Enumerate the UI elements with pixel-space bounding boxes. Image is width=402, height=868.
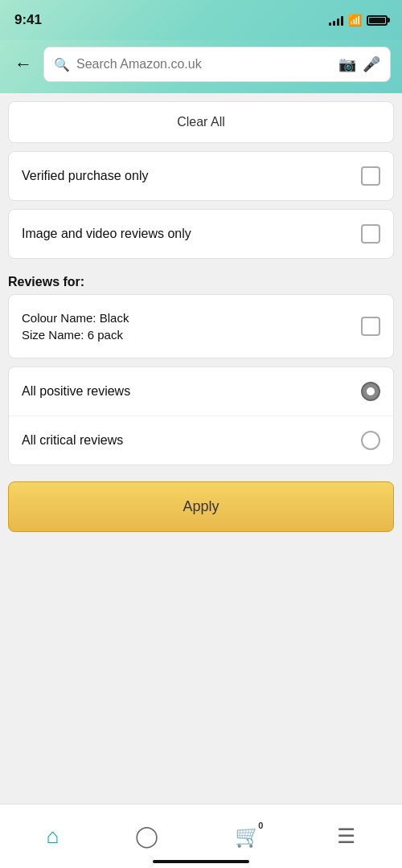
image-video-label: Image and video reviews only (22, 227, 191, 241)
colour-size-card: Colour Name: Black Size Name: 6 pack (8, 294, 394, 358)
account-icon: ◯ (135, 824, 158, 849)
positive-reviews-label: All positive reviews (22, 384, 130, 399)
colour-name-line: Colour Name: Black (22, 309, 129, 326)
status-bar: 9:41 📶 (0, 0, 402, 40)
positive-reviews-item[interactable]: All positive reviews (9, 367, 393, 416)
home-indicator (153, 860, 249, 863)
search-input-wrap[interactable]: 🔍 📷 🎤 (43, 47, 391, 82)
cart-badge: 0 (254, 819, 267, 832)
clear-all-button[interactable]: Clear All (8, 101, 394, 143)
verified-purchase-checkbox[interactable] (361, 166, 380, 186)
cart-badge-wrap: 🛒 0 (235, 824, 260, 849)
review-type-card: All positive reviews All critical review… (8, 366, 394, 465)
search-icon: 🔍 (54, 57, 70, 72)
image-video-checkbox[interactable] (361, 224, 380, 244)
home-icon: ⌂ (47, 824, 59, 849)
main-content: Clear All Verified purchase only Image a… (0, 93, 402, 804)
positive-reviews-radio[interactable] (361, 382, 380, 401)
critical-reviews-item[interactable]: All critical reviews (9, 416, 393, 465)
search-bar: ← 🔍 📷 🎤 (0, 40, 402, 93)
image-video-item: Image and video reviews only (9, 210, 393, 258)
signal-icon (329, 14, 343, 26)
verified-purchase-label: Verified purchase only (22, 169, 148, 183)
battery-icon (367, 15, 388, 26)
menu-icon: ☰ (337, 824, 355, 849)
colour-size-item: Colour Name: Black Size Name: 6 pack (9, 295, 393, 358)
image-video-card: Image and video reviews only (8, 209, 394, 259)
back-button[interactable]: ← (11, 51, 35, 78)
bottom-nav: ⌂ ◯ 🛒 0 ☰ (0, 804, 402, 868)
verified-purchase-card: Verified purchase only (8, 151, 394, 201)
nav-home[interactable]: ⌂ (31, 817, 76, 855)
colour-size-checkbox[interactable] (361, 317, 380, 336)
search-input[interactable] (76, 57, 332, 72)
status-icons: 📶 (329, 14, 388, 27)
colour-size-label: Colour Name: Black Size Name: 6 pack (22, 309, 129, 343)
nav-cart[interactable]: 🛒 0 (219, 817, 277, 855)
status-time: 9:41 (14, 12, 42, 28)
reviews-for-header: Reviews for: (8, 267, 394, 294)
critical-reviews-radio[interactable] (361, 431, 380, 450)
nav-account[interactable]: ◯ (119, 817, 174, 855)
camera-icon[interactable]: 📷 (338, 55, 356, 73)
microphone-icon[interactable]: 🎤 (363, 55, 380, 73)
verified-purchase-item: Verified purchase only (9, 152, 393, 200)
wifi-icon: 📶 (348, 14, 362, 27)
critical-reviews-label: All critical reviews (22, 433, 123, 448)
nav-menu[interactable]: ☰ (321, 817, 371, 855)
size-name-line: Size Name: 6 pack (22, 326, 129, 343)
apply-button[interactable]: Apply (8, 481, 394, 532)
